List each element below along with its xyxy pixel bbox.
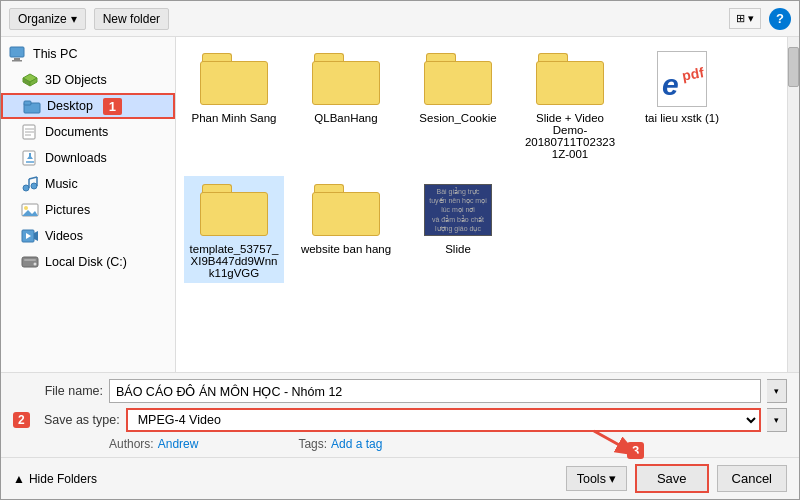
folder-icon-website-ban-hang bbox=[311, 180, 381, 240]
pictures-icon bbox=[21, 202, 39, 218]
file-item-slide[interactable]: Bài giảng trực tuyến nên học mọi lúc mọi… bbox=[408, 176, 508, 283]
authors-label: Authors: bbox=[109, 437, 154, 451]
folder-icon-phan-minh-sang bbox=[199, 49, 269, 109]
authors-value[interactable]: Andrew bbox=[158, 437, 199, 451]
filename-label: File name: bbox=[13, 384, 103, 398]
doc-e-icon: e pdf bbox=[647, 49, 717, 109]
svg-point-22 bbox=[24, 206, 28, 210]
slide-thumbnail: Bài giảng trực tuyến nên học mọi lúc mọi… bbox=[424, 184, 492, 236]
savetype-row: 2 Save as type: MPEG-4 Video ▾ bbox=[13, 408, 787, 432]
sidebar-item-local-disk[interactable]: Local Disk (C:) bbox=[1, 249, 175, 275]
save-dialog: Organize ▾ New folder ⊞ ▾ ? This PC bbox=[0, 0, 800, 500]
sidebar-item-3d-objects[interactable]: 3D Objects bbox=[1, 67, 175, 93]
bottom-form: File name: ▾ 2 Save as type: MPEG-4 Vide… bbox=[1, 372, 799, 457]
sidebar-item-music[interactable]: Music bbox=[1, 171, 175, 197]
authors-item: Authors: Andrew bbox=[109, 437, 198, 451]
music-icon bbox=[21, 176, 39, 192]
content-area: This PC 3D Objects Desktop 1 bbox=[1, 37, 799, 372]
sidebar-item-documents[interactable]: Documents bbox=[1, 119, 175, 145]
help-button[interactable]: ? bbox=[769, 8, 791, 30]
tags-value[interactable]: Add a tag bbox=[331, 437, 382, 451]
file-label-slide: Slide bbox=[445, 243, 471, 255]
sidebar-label-local-disk: Local Disk (C:) bbox=[45, 255, 127, 269]
sidebar-item-desktop[interactable]: Desktop 1 bbox=[1, 93, 175, 119]
filename-row: File name: ▾ bbox=[13, 379, 787, 403]
sidebar-label-3d-objects: 3D Objects bbox=[45, 73, 107, 87]
sidebar-label-music: Music bbox=[45, 177, 78, 191]
file-label-slide-video: Slide + Video Demo-20180711T023231Z-001 bbox=[524, 112, 616, 160]
file-item-tai-lieu[interactable]: e pdf tai lieu xstk (1) bbox=[632, 45, 732, 164]
sidebar-number-badge: 1 bbox=[103, 98, 122, 115]
svg-point-29 bbox=[34, 263, 37, 266]
svg-rect-1 bbox=[14, 58, 20, 60]
savetype-label: Save as type: bbox=[40, 413, 120, 427]
svg-marker-25 bbox=[34, 231, 38, 241]
folder-icon-slide-video bbox=[535, 49, 605, 109]
svg-rect-2 bbox=[12, 60, 22, 62]
file-item-website-ban-hang[interactable]: website ban hang bbox=[296, 176, 396, 283]
slide-thumbnail-icon: Bài giảng trực tuyến nên học mọi lúc mọi… bbox=[423, 180, 493, 240]
hide-folders-label[interactable]: Hide Folders bbox=[29, 472, 97, 486]
new-folder-button[interactable]: New folder bbox=[94, 8, 169, 30]
documents-icon bbox=[21, 124, 39, 140]
svg-point-16 bbox=[23, 185, 29, 191]
folder-icon-template bbox=[199, 180, 269, 240]
sidebar-label-videos: Videos bbox=[45, 229, 83, 243]
file-area: Phan Minh Sang QLBanHang bbox=[176, 37, 787, 372]
tools-chevron-icon: ▾ bbox=[609, 471, 616, 486]
view-options-button[interactable]: ⊞ ▾ bbox=[729, 8, 761, 29]
organize-chevron-icon: ▾ bbox=[71, 12, 77, 26]
save-button[interactable]: Save bbox=[635, 464, 709, 493]
file-label-tai-lieu: tai lieu xstk (1) bbox=[645, 112, 719, 124]
svg-line-20 bbox=[29, 177, 37, 179]
file-label-phan-minh-sang: Phan Minh Sang bbox=[191, 112, 276, 124]
3d-icon bbox=[21, 72, 39, 88]
tags-label: Tags: bbox=[298, 437, 327, 451]
red-arrow-icon bbox=[589, 426, 649, 462]
save-label: Save bbox=[657, 471, 687, 486]
folder-icon-ql-ban-hang bbox=[311, 49, 381, 109]
sidebar-label-this-pc: This PC bbox=[33, 47, 77, 61]
file-label-sesion-cookie: Sesion_Cookie bbox=[419, 112, 496, 124]
filename-input[interactable] bbox=[109, 379, 761, 403]
sidebar-item-this-pc[interactable]: This PC bbox=[1, 41, 175, 67]
file-label-website-ban-hang: website ban hang bbox=[301, 243, 391, 255]
organize-button[interactable]: Organize ▾ bbox=[9, 8, 86, 30]
svg-rect-27 bbox=[22, 257, 38, 267]
scrollbar-thumb[interactable] bbox=[788, 47, 799, 87]
sidebar-label-desktop: Desktop bbox=[47, 99, 93, 113]
svg-rect-0 bbox=[10, 47, 24, 57]
new-folder-label: New folder bbox=[103, 12, 160, 26]
folder-icon-sesion-cookie bbox=[423, 49, 493, 109]
svg-line-31 bbox=[594, 431, 639, 456]
savetype-select[interactable]: MPEG-4 Video bbox=[126, 408, 761, 432]
file-item-template[interactable]: template_53757_XI9B447dd9Wnnk11gVGG bbox=[184, 176, 284, 283]
sidebar-item-pictures[interactable]: Pictures bbox=[1, 197, 175, 223]
file-item-slide-video[interactable]: Slide + Video Demo-20180711T023231Z-001 bbox=[520, 45, 620, 164]
svg-point-17 bbox=[31, 183, 37, 189]
organize-label: Organize bbox=[18, 12, 67, 26]
cancel-button[interactable]: Cancel bbox=[717, 465, 787, 492]
computer-icon bbox=[9, 46, 27, 62]
sidebar-item-videos[interactable]: Videos bbox=[1, 223, 175, 249]
tools-button[interactable]: Tools ▾ bbox=[566, 466, 627, 491]
download-icon bbox=[21, 150, 39, 166]
sidebar-label-pictures: Pictures bbox=[45, 203, 90, 217]
cancel-label: Cancel bbox=[732, 471, 772, 486]
tools-label: Tools bbox=[577, 472, 606, 486]
file-label-ql-ban-hang: QLBanHang bbox=[314, 112, 377, 124]
form-number-badge: 2 bbox=[13, 412, 30, 428]
svg-rect-28 bbox=[24, 259, 36, 261]
file-label-template: template_53757_XI9B447dd9Wnnk11gVGG bbox=[188, 243, 280, 279]
savetype-dropdown-arrow[interactable]: ▾ bbox=[767, 408, 787, 432]
video-icon bbox=[21, 228, 39, 244]
scrollbar-vertical[interactable] bbox=[787, 37, 799, 372]
file-item-ql-ban-hang[interactable]: QLBanHang bbox=[296, 45, 396, 164]
tags-item: Tags: Add a tag bbox=[298, 437, 382, 451]
filename-dropdown-arrow[interactable]: ▾ bbox=[767, 379, 787, 403]
svg-rect-7 bbox=[24, 101, 31, 105]
file-item-phan-minh-sang[interactable]: Phan Minh Sang bbox=[184, 45, 284, 164]
file-item-sesion-cookie[interactable]: Sesion_Cookie bbox=[408, 45, 508, 164]
sidebar-item-downloads[interactable]: Downloads bbox=[1, 145, 175, 171]
disk-icon bbox=[21, 254, 39, 270]
